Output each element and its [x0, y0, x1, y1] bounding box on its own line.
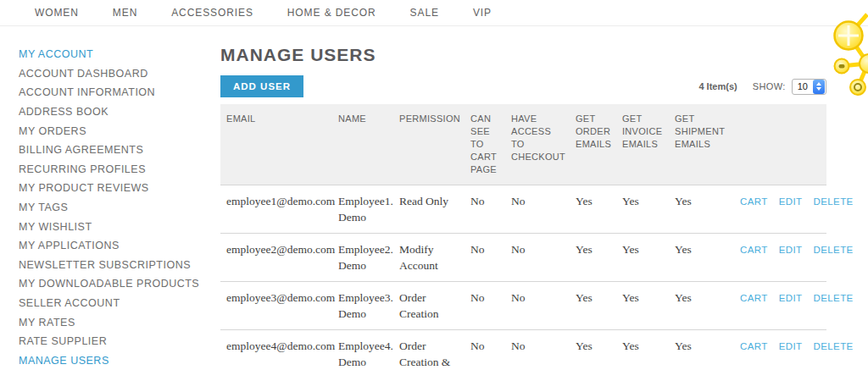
cell-get-invoice-emails: Yes: [616, 330, 669, 370]
sidebar-item-my-account[interactable]: MY ACCOUNT: [19, 45, 220, 64]
top-nav: WOMENMENACCESSORIESHOME & DECORSALEVIP: [0, 0, 868, 26]
item-count: 4 Item(s): [698, 81, 737, 91]
sidebar-item-my-orders[interactable]: MY ORDERS: [19, 121, 220, 141]
cell-can-see-to-cart-page: No: [465, 185, 505, 234]
cell-have-access-to-checkout: No: [505, 330, 570, 370]
column-header-email: EMAIL: [220, 104, 332, 185]
sidebar-item-newsletter-subscriptions[interactable]: NEWSLETTER SUBSCRIPTIONS: [19, 256, 220, 275]
cell-email: employee4@demo.com: [220, 330, 332, 370]
cell-get-shipment-emails: Yes: [669, 234, 723, 282]
cell-have-access-to-checkout: No: [505, 185, 570, 234]
sidebar-item-my-tags[interactable]: MY TAGS: [19, 198, 220, 218]
nav-item-accessories[interactable]: ACCESSORIES: [171, 7, 253, 19]
column-header-have-access-to-checkout: HAVE ACCESS TO CHECKOUT: [505, 104, 570, 185]
nav-item-sale[interactable]: SALE: [410, 7, 439, 19]
column-header-name: NAME: [332, 104, 393, 185]
column-header-get-invoice-emails: GET INVOICE EMAILS: [616, 104, 669, 185]
sidebar-item-my-applications[interactable]: MY APPLICATIONS: [19, 236, 220, 256]
cell-get-shipment-emails: Yes: [669, 185, 723, 234]
select-stepper-icon: [813, 80, 825, 94]
cell-permission: Order Creation: [393, 282, 465, 330]
sidebar-item-address-book[interactable]: ADDRESS BOOK: [19, 102, 220, 122]
cell-actions: CARTEDITDELETE: [723, 185, 826, 234]
chevron-down-icon: [816, 87, 821, 91]
sidebar-item-my-wishlist[interactable]: MY WISHLIST: [19, 217, 220, 236]
cell-get-order-emails: Yes: [570, 330, 616, 370]
nav-item-home-decor[interactable]: HOME & DECOR: [287, 7, 376, 19]
sidebar-item-my-rates[interactable]: MY RATES: [19, 312, 220, 332]
nav-item-men[interactable]: MEN: [113, 7, 137, 19]
cart-link[interactable]: CART: [740, 196, 768, 207]
table-row: employee3@demo.comEmployee3. DemoOrder C…: [220, 282, 826, 330]
table-header-row: EMAILNAMEPERMISSIONCAN SEE TO CART PAGEH…: [220, 104, 826, 185]
cell-permission: Order Creation & Modify Account: [393, 330, 465, 370]
cell-permission: Read Only: [393, 185, 465, 234]
cart-link[interactable]: CART: [740, 245, 768, 255]
column-header-get-order-emails: GET ORDER EMAILS: [570, 104, 616, 185]
cell-can-see-to-cart-page: No: [465, 234, 505, 282]
account-sidebar: MY ACCOUNTACCOUNT DASHBOARDACCOUNT INFOR…: [0, 26, 220, 370]
cell-name: Employee1. Demo: [332, 185, 393, 234]
pager: 4 Item(s) SHOW: 10: [698, 79, 826, 95]
cell-get-order-emails: Yes: [570, 282, 616, 330]
sidebar-item-account-dashboard[interactable]: ACCOUNT DASHBOARD: [19, 64, 220, 84]
edit-link[interactable]: EDIT: [779, 245, 803, 255]
edit-link[interactable]: EDIT: [779, 293, 803, 303]
cell-email: employee3@demo.com: [220, 282, 332, 330]
cell-actions: CARTEDITDELETE: [723, 330, 826, 370]
cell-get-invoice-emails: Yes: [616, 185, 669, 234]
users-table: EMAILNAMEPERMISSIONCAN SEE TO CART PAGEH…: [220, 104, 826, 370]
cell-name: Employee4. Demo: [332, 330, 393, 370]
nav-item-vip[interactable]: VIP: [473, 7, 492, 19]
table-row: employee1@demo.comEmployee1. DemoRead On…: [220, 185, 826, 234]
sidebar-nav: MY ACCOUNTACCOUNT DASHBOARDACCOUNT INFOR…: [19, 45, 220, 370]
column-header-permission: PERMISSION: [393, 104, 465, 185]
sidebar-item-account-information[interactable]: ACCOUNT INFORMATION: [19, 83, 220, 102]
table-body: employee1@demo.comEmployee1. DemoRead On…: [220, 185, 826, 370]
sidebar-item-billing-agreements[interactable]: BILLING AGREEMENTS: [19, 141, 220, 160]
column-header-actions: [723, 104, 826, 185]
cart-link[interactable]: CART: [740, 341, 768, 351]
edit-link[interactable]: EDIT: [779, 341, 803, 351]
table-row: employee2@demo.comEmployee2. DemoModify …: [220, 234, 826, 282]
cell-email: employee1@demo.com: [220, 185, 332, 234]
page-size-value: 10: [793, 81, 813, 91]
cell-can-see-to-cart-page: No: [465, 282, 505, 330]
sidebar-item-recurring-profiles[interactable]: RECURRING PROFILES: [19, 160, 220, 179]
delete-link[interactable]: DELETE: [814, 341, 854, 351]
page-title: MANAGE USERS: [220, 46, 826, 64]
page-size-select[interactable]: 10: [792, 79, 826, 95]
cell-get-invoice-emails: Yes: [616, 282, 669, 330]
main-content: MANAGE USERS ADD USER 4 Item(s) SHOW: 10…: [220, 26, 826, 370]
cell-actions: CARTEDITDELETE: [723, 282, 826, 330]
cell-name: Employee3. Demo: [332, 282, 393, 330]
toolbar: ADD USER 4 Item(s) SHOW: 10: [220, 75, 826, 97]
cell-have-access-to-checkout: No: [505, 234, 570, 282]
delete-link[interactable]: DELETE: [814, 196, 854, 207]
sidebar-item-manage-users[interactable]: MANAGE USERS: [19, 351, 220, 370]
cell-get-order-emails: Yes: [570, 185, 616, 234]
cart-link[interactable]: CART: [740, 293, 768, 303]
delete-link[interactable]: DELETE: [814, 293, 854, 303]
add-user-button[interactable]: ADD USER: [220, 75, 303, 97]
sidebar-item-seller-account[interactable]: SELLER ACCOUNT: [19, 294, 220, 313]
show-label: SHOW:: [753, 81, 786, 91]
cell-permission: Modify Account: [393, 234, 465, 282]
page-layout: MY ACCOUNTACCOUNT DASHBOARDACCOUNT INFOR…: [0, 26, 868, 370]
cell-actions: CARTEDITDELETE: [723, 234, 826, 282]
cell-get-order-emails: Yes: [570, 234, 616, 282]
cell-email: employee2@demo.com: [220, 234, 332, 282]
sidebar-item-rate-supplier[interactable]: RATE SUPPLIER: [19, 332, 220, 351]
cell-get-invoice-emails: Yes: [616, 234, 669, 282]
sidebar-item-my-downloadable-products[interactable]: MY DOWNLOADABLE PRODUCTS: [19, 274, 220, 294]
table-row: employee4@demo.comEmployee4. DemoOrder C…: [220, 330, 826, 370]
cell-have-access-to-checkout: No: [505, 282, 570, 330]
nav-item-women[interactable]: WOMEN: [35, 7, 79, 19]
cell-name: Employee2. Demo: [332, 234, 393, 282]
cell-get-shipment-emails: Yes: [669, 330, 723, 370]
table-head: EMAILNAMEPERMISSIONCAN SEE TO CART PAGEH…: [220, 104, 826, 185]
edit-link[interactable]: EDIT: [779, 196, 803, 207]
sidebar-item-my-product-reviews[interactable]: MY PRODUCT REVIEWS: [19, 179, 220, 198]
cell-can-see-to-cart-page: No: [465, 330, 505, 370]
delete-link[interactable]: DELETE: [814, 245, 854, 255]
